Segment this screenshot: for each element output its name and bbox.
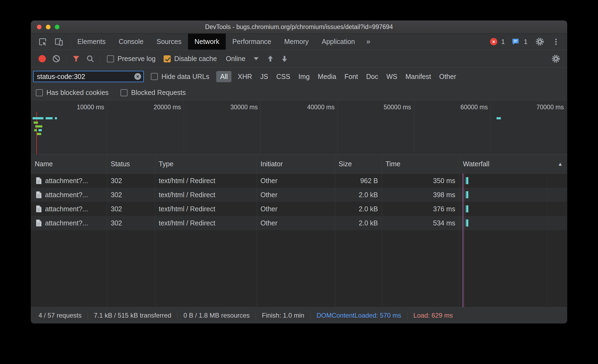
grid-header: Name Status Type Initiator Size Time Wat…: [31, 155, 567, 174]
type-filter-doc[interactable]: Doc: [362, 71, 382, 82]
waterfall-bar: [466, 177, 468, 184]
column-header-name[interactable]: Name: [31, 155, 107, 173]
overview-tick-label: 40000 ms: [286, 104, 335, 111]
type-filter-other[interactable]: Other: [435, 71, 460, 82]
tab-memory[interactable]: Memory: [278, 34, 315, 50]
tab-performance[interactable]: Performance: [226, 34, 278, 50]
import-har-icon[interactable]: [265, 53, 276, 65]
type-filter-js[interactable]: JS: [256, 71, 272, 82]
tab-network[interactable]: Network: [188, 34, 226, 50]
overview-request-bar: [33, 117, 43, 119]
document-icon: [36, 219, 42, 227]
network-overview[interactable]: 10000 ms 20000 ms 30000 ms 40000 ms 5000…: [31, 100, 567, 155]
type-filter-xhr[interactable]: XHR: [234, 71, 256, 82]
overview-request-bar: [497, 117, 501, 119]
settings-gear-icon[interactable]: [533, 36, 546, 48]
preserve-log-checkbox[interactable]: Preserve log: [107, 55, 155, 63]
transferred-summary: 7.1 kB / 515 kB transferred: [88, 312, 177, 319]
type-filter-font[interactable]: Font: [341, 71, 362, 82]
column-header-status[interactable]: Status: [107, 155, 155, 173]
waterfall-cell: [459, 188, 567, 202]
minimize-window-button[interactable]: [46, 25, 50, 29]
filter-funnel-icon[interactable]: [70, 53, 82, 65]
type-filter-all[interactable]: All: [216, 71, 231, 82]
export-har-icon[interactable]: [279, 53, 291, 65]
size-cell: 2.0 kB: [335, 202, 382, 216]
network-filter-input[interactable]: [33, 71, 144, 82]
device-toolbar-icon[interactable]: [53, 36, 65, 48]
network-toolbar: Preserve log Disable cache Online: [31, 50, 567, 68]
overview-tick-label: 10000 ms: [55, 104, 104, 111]
waterfall-header-label: Waterfall: [463, 160, 489, 168]
has-blocked-cookies-checkbox[interactable]: Has blocked cookies: [36, 89, 109, 97]
zoom-window-button[interactable]: [55, 25, 59, 29]
column-header-waterfall[interactable]: Waterfall ▲: [459, 155, 567, 173]
document-icon: [36, 191, 42, 199]
table-row[interactable]: attachment?... 302 text/html / Redirect …: [31, 216, 567, 230]
clear-filter-icon[interactable]: ×: [134, 73, 141, 80]
overview-request-bar: [34, 129, 37, 131]
type-filter-manifest[interactable]: Manifest: [402, 71, 435, 82]
request-name: attachment?...: [45, 177, 88, 185]
size-cell: 2.0 kB: [335, 216, 382, 230]
tab-application[interactable]: Application: [315, 34, 361, 50]
toolbar-separator: [100, 55, 100, 63]
record-button[interactable]: [39, 55, 46, 62]
hide-data-urls-checkbox[interactable]: Hide data URLs: [151, 73, 209, 81]
type-filter-img[interactable]: Img: [295, 71, 314, 82]
time-cell: 376 ms: [382, 202, 459, 216]
tab-elements[interactable]: Elements: [71, 34, 112, 50]
waterfall-bar: [466, 219, 468, 226]
load-time: Load: 629 ms: [408, 312, 459, 319]
table-row[interactable]: attachment?... 302 text/html / Redirect …: [31, 188, 567, 202]
checkbox-unchecked-icon: [151, 73, 158, 80]
clear-requests-icon[interactable]: [50, 53, 62, 65]
waterfall-bar: [466, 191, 468, 198]
titlebar: DevTools - bugs.chromium.org/p/chromium/…: [31, 21, 567, 34]
document-icon: [36, 177, 42, 184]
column-header-size[interactable]: Size: [335, 155, 382, 173]
toolbar-separator: [66, 55, 66, 63]
type-cell: text/html / Redirect: [155, 202, 257, 216]
table-row[interactable]: attachment?... 302 text/html / Redirect …: [31, 174, 567, 188]
table-row[interactable]: attachment?... 302 text/html / Redirect …: [31, 202, 567, 216]
overview-gridline: [414, 100, 414, 154]
inspect-element-icon[interactable]: [36, 36, 49, 48]
overview-tick-label: 70000 ms: [515, 104, 564, 111]
initiator-cell: Other: [257, 174, 335, 188]
type-filter-ws[interactable]: WS: [383, 71, 401, 82]
search-icon[interactable]: [84, 53, 96, 65]
type-filter-css[interactable]: CSS: [272, 71, 294, 82]
column-header-time[interactable]: Time: [382, 155, 459, 173]
time-cell: 398 ms: [382, 188, 459, 202]
column-divider: [107, 155, 107, 307]
error-count: 1: [501, 38, 505, 46]
tab-sources[interactable]: Sources: [150, 34, 188, 50]
column-header-initiator[interactable]: Initiator: [257, 155, 335, 173]
tab-console[interactable]: Console: [112, 34, 150, 50]
name-cell: attachment?...: [31, 188, 107, 202]
issues-icon[interactable]: [511, 37, 520, 46]
chevron-down-icon: [254, 57, 259, 60]
throttling-dropdown[interactable]: Online: [226, 55, 258, 63]
overview-tick-label: 20000 ms: [132, 104, 181, 111]
error-badge-icon[interactable]: ×: [490, 38, 497, 45]
more-tabs-chevron[interactable]: »: [361, 34, 375, 50]
network-filter-row: × Hide data URLs All XHR JS CSS Img Medi…: [31, 68, 567, 85]
blocked-requests-checkbox[interactable]: Blocked Requests: [120, 89, 186, 97]
grid-rows: attachment?... 302 text/html / Redirect …: [31, 174, 567, 230]
dom-content-loaded-time: DOMContentLoaded: 570 ms: [310, 312, 407, 319]
column-header-type[interactable]: Type: [155, 155, 257, 173]
status-cell: 302: [107, 188, 155, 202]
status-cell: 302: [107, 216, 155, 230]
network-settings-gear-icon[interactable]: [550, 53, 562, 65]
initiator-cell: Other: [257, 216, 335, 230]
waterfall-cell: [459, 174, 567, 188]
close-window-button[interactable]: [37, 25, 42, 29]
kebab-menu-icon[interactable]: [550, 36, 562, 48]
overview-gridline: [337, 100, 338, 154]
overview-gridline: [260, 100, 261, 154]
disable-cache-checkbox[interactable]: Disable cache: [164, 55, 217, 63]
type-filter-media[interactable]: Media: [314, 71, 340, 82]
tabbar-right-controls: × 1 1: [490, 34, 567, 50]
